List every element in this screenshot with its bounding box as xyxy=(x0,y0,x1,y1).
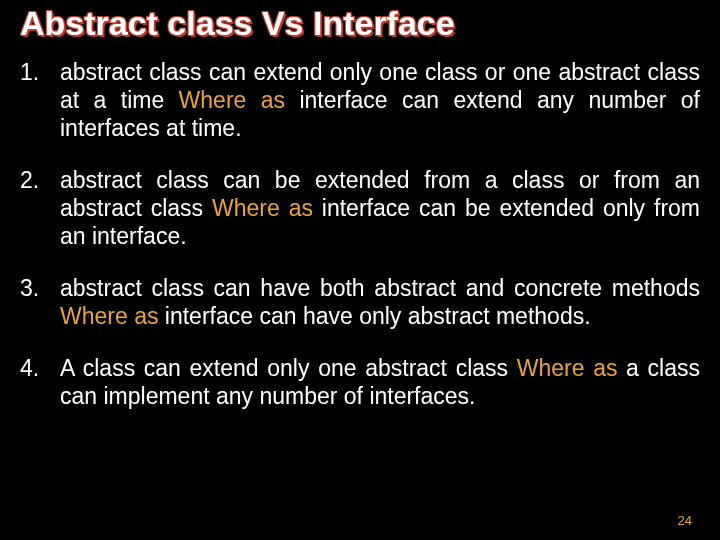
item-before: abstract class can have both abstract an… xyxy=(60,275,700,301)
list-item: 1. abstract class can extend only one cl… xyxy=(18,58,700,142)
item-number: 1. xyxy=(18,58,60,86)
item-before: A class can extend only one abstract cla… xyxy=(60,355,517,381)
whereas: Where as xyxy=(517,355,618,381)
whereas: Where as xyxy=(212,195,313,221)
item-number: 4. xyxy=(18,354,60,382)
whereas: Where as xyxy=(60,303,158,329)
item-text: abstract class can have both abstract an… xyxy=(60,274,700,330)
bullet-list: 1. abstract class can extend only one cl… xyxy=(18,58,700,434)
page-number: 24 xyxy=(678,513,692,528)
item-text: A class can extend only one abstract cla… xyxy=(60,354,700,410)
list-item: 3. abstract class can have both abstract… xyxy=(18,274,700,330)
item-text: abstract class can be extended from a cl… xyxy=(60,166,700,250)
slide: Abstract class Vs Interface 1. abstract … xyxy=(0,0,720,540)
slide-title: Abstract class Vs Interface xyxy=(20,4,700,43)
item-text: abstract class can extend only one class… xyxy=(60,58,700,142)
whereas: Where as xyxy=(179,87,285,113)
list-item: 4. A class can extend only one abstract … xyxy=(18,354,700,410)
item-number: 2. xyxy=(18,166,60,194)
list-item: 2. abstract class can be extended from a… xyxy=(18,166,700,250)
item-after: interface can have only abstract methods… xyxy=(158,303,590,329)
item-number: 3. xyxy=(18,274,60,302)
